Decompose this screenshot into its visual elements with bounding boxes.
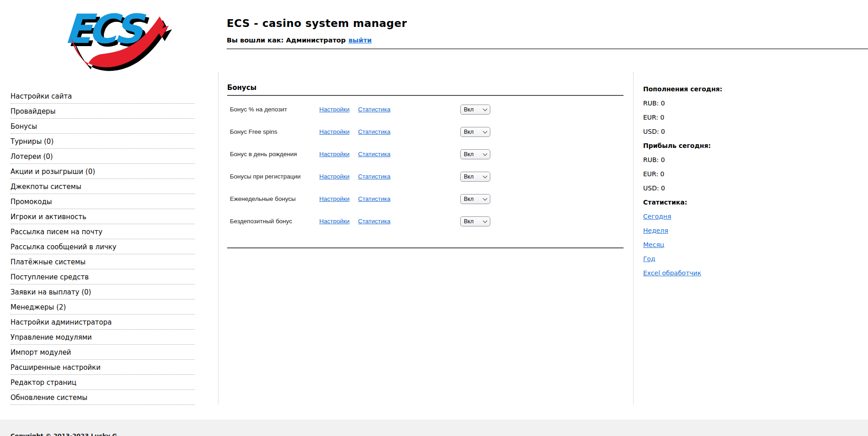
- bonus-state-select[interactable]: Вкл: [460, 127, 490, 137]
- footer: Copyright © 2013-2023 Lucky G: [0, 420, 868, 436]
- sidebar-item-label: Платёжные системы: [10, 258, 86, 266]
- sidebar-item[interactable]: Рассылка писем на почту: [10, 224, 195, 239]
- sidebar-item[interactable]: Игроки и активность: [10, 209, 195, 224]
- sidebar-item[interactable]: Импорт модулей: [10, 345, 195, 360]
- bonus-row: Бонус % на депозит Настройки Статистика …: [227, 98, 624, 121]
- settings-link[interactable]: Настройки: [319, 195, 358, 202]
- right-panel-link-line: Excel обработчик: [643, 266, 863, 280]
- stats-period-link[interactable]: Excel обработчик: [643, 269, 701, 277]
- bonus-state-select[interactable]: Вкл: [460, 149, 490, 159]
- bonus-name: Бездепозитный бонус: [230, 218, 319, 225]
- sidebar-item[interactable]: Джекпоты системы: [10, 179, 195, 194]
- sidebar-item-label: Настройки администратора: [10, 318, 112, 326]
- page-title: ECS - casino system manager: [227, 17, 407, 29]
- right-panel: Пополнения сегодня:RUB: 0EUR: 0USD: 0При…: [634, 72, 868, 404]
- sidebar-item-label: Импорт модулей: [10, 348, 71, 357]
- sidebar-item[interactable]: Акции и розыгрыши (0): [10, 164, 195, 179]
- sidebar-item-label: Менеджеры (2): [10, 303, 66, 311]
- stats-period-link[interactable]: Год: [643, 255, 655, 263]
- statistics-link[interactable]: Статистика: [358, 173, 460, 180]
- sidebar-item[interactable]: Бонусы: [10, 119, 195, 134]
- section-divider: [227, 95, 624, 96]
- right-panel-link-line: Год: [643, 252, 863, 266]
- right-panel-header: Статистика:: [643, 195, 863, 210]
- right-panel-header: Пополнения сегодня:: [643, 82, 863, 96]
- sidebar-item[interactable]: Турниры (0): [10, 134, 195, 149]
- settings-link[interactable]: Настройки: [319, 151, 358, 158]
- copyright-text: Copyright © 2013-2023 Lucky G: [10, 432, 117, 436]
- statistics-link[interactable]: Статистика: [358, 218, 460, 225]
- ecs-logo: ECS: [60, 4, 174, 70]
- statistics-link[interactable]: Статистика: [358, 128, 460, 135]
- bonus-name: Еженедельные бонусы: [230, 195, 319, 202]
- sidebar-item-label: Рассылка сообщений в личку: [10, 243, 116, 251]
- sidebar-item-label: Провайдеры: [10, 107, 56, 116]
- header-divider: [227, 48, 868, 49]
- sidebar-item[interactable]: Расширенные настройки: [10, 360, 195, 375]
- bonus-row: Бездепозитный бонус Настройки Статистика…: [227, 210, 624, 232]
- sidebar-item[interactable]: Управление модулями: [10, 330, 195, 345]
- bonus-name: Бонус Free spins: [230, 128, 319, 135]
- sidebar-item-label: Расширенные настройки: [10, 363, 100, 372]
- sidebar-item[interactable]: Настройки администратора: [10, 315, 195, 330]
- statistics-link[interactable]: Статистика: [358, 151, 460, 158]
- bonus-row: Бонусы при регистрации Настройки Статист…: [227, 165, 624, 188]
- sidebar-item[interactable]: Лотереи (0): [10, 149, 195, 164]
- sidebar-item[interactable]: Платёжные системы: [10, 254, 195, 269]
- sidebar-item-label: Настройки сайта: [10, 92, 72, 100]
- bonus-name: Бонус в день рождения: [230, 151, 319, 158]
- settings-link[interactable]: Настройки: [319, 218, 358, 225]
- sidebar-item[interactable]: Поступление средств: [10, 269, 195, 284]
- logout-link[interactable]: выйти: [348, 37, 372, 44]
- currency-value: RUB: 0: [643, 96, 863, 110]
- bonus-state-select-wrap: Вкл: [460, 194, 490, 204]
- bonus-row: Еженедельные бонусы Настройки Статистика…: [227, 188, 624, 210]
- statistics-link[interactable]: Статистика: [358, 106, 460, 113]
- bonus-state-select[interactable]: Вкл: [460, 172, 490, 182]
- sidebar-item[interactable]: Промокоды: [10, 194, 195, 209]
- bonus-state-select-wrap: Вкл: [460, 216, 490, 226]
- currency-value: USD: 0: [643, 181, 863, 195]
- sidebar-item-label: Игроки и активность: [10, 213, 86, 221]
- bonus-state-select[interactable]: Вкл: [460, 216, 490, 226]
- sidebar-item[interactable]: Менеджеры (2): [10, 299, 195, 315]
- settings-link[interactable]: Настройки: [319, 128, 358, 135]
- stats-period-link[interactable]: Месяц: [643, 241, 664, 248]
- bonus-state-select[interactable]: Вкл: [460, 194, 490, 204]
- right-panel-link-line: Сегодня: [643, 210, 863, 224]
- statistics-link[interactable]: Статистика: [358, 195, 460, 202]
- sidebar-item[interactable]: Заявки на выплату (0): [10, 284, 195, 299]
- sidebar-item-label: Редактор страниц: [10, 378, 77, 387]
- right-panel-header: Прибыль сегодня:: [643, 139, 863, 153]
- sidebar-item[interactable]: Настройки сайта: [10, 89, 195, 104]
- sidebar-item[interactable]: Провайдеры: [10, 104, 195, 119]
- sidebar-item-label: Лотереи (0): [10, 152, 53, 161]
- right-panel-link-line: Неделя: [643, 224, 863, 238]
- bonus-state-select[interactable]: Вкл: [460, 105, 490, 115]
- sidebar-item[interactable]: Рассылка сообщений в личку: [10, 239, 195, 254]
- sidebar-item-label: Бонусы: [10, 122, 37, 131]
- sidebar-item-label: Промокоды: [10, 198, 52, 206]
- ecs-logo-swoosh-icon: [60, 4, 174, 72]
- sidebar-item-label: Управление модулями: [10, 333, 92, 341]
- sidebar: Настройки сайта Провайдеры Бонусы Турнир…: [0, 72, 218, 404]
- sidebar-item-label: Джекпоты системы: [10, 183, 81, 191]
- currency-value: USD: 0: [643, 125, 863, 139]
- main-content: Бонусы Бонус % на депозит Настройки Стат…: [218, 72, 634, 404]
- currency-value: EUR: 0: [643, 110, 863, 125]
- bonus-state-select-wrap: Вкл: [460, 172, 490, 182]
- settings-link[interactable]: Настройки: [319, 106, 358, 113]
- stats-period-link[interactable]: Сегодня: [643, 213, 671, 220]
- sidebar-item-label: Турниры (0): [10, 137, 54, 146]
- login-status-line: Вы вошли как: Администраторвыйти: [227, 37, 372, 44]
- bonus-state-select-wrap: Вкл: [460, 127, 490, 137]
- stats-period-link[interactable]: Неделя: [643, 227, 668, 234]
- section-title: Бонусы: [227, 84, 624, 92]
- sidebar-item-label: Заявки на выплату (0): [10, 288, 91, 296]
- sidebar-item-label: Акции и розыгрыши (0): [10, 168, 95, 176]
- sidebar-item[interactable]: Обновление системы: [10, 390, 195, 405]
- bonus-name: Бонусы при регистрации: [230, 173, 319, 180]
- settings-link[interactable]: Настройки: [319, 173, 358, 180]
- currency-value: RUB: 0: [643, 153, 863, 167]
- sidebar-item[interactable]: Редактор страниц: [10, 375, 195, 390]
